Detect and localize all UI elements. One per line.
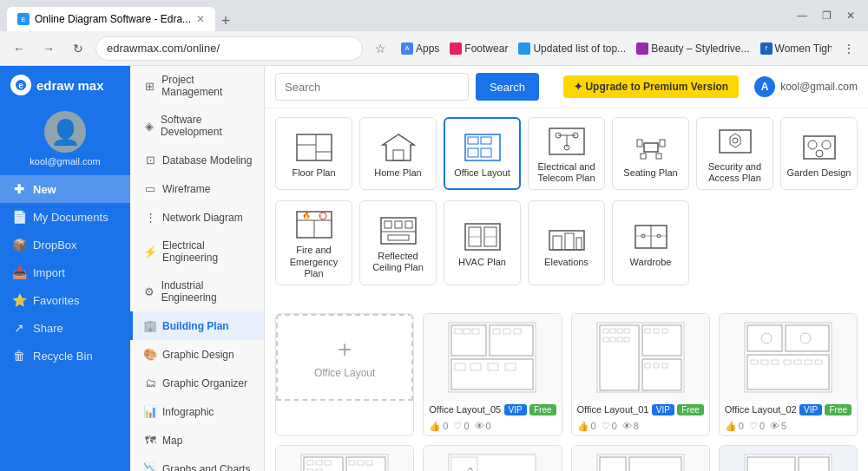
tab-close-button[interactable]: ✕ (196, 13, 205, 25)
new-template-card[interactable]: + Office Layout (275, 313, 414, 436)
browse-card-02[interactable]: Office Layout_02 VIP Free 👍 0 ♡ 0 👁 5 (719, 313, 858, 436)
browse-grid-row2: Office Layout_03 VIP Free 👍 0 ♡ 0 👁 0 (275, 445, 858, 471)
nav-my-documents[interactable]: 📄 My Documents (0, 203, 130, 231)
user-profile: 👤 kool@gmail.com (0, 104, 130, 175)
free-badge-05: Free (529, 404, 556, 415)
bookmark-star[interactable]: ☆ (368, 36, 392, 61)
sub-wireframe[interactable]: ▭ Wireframe (130, 174, 264, 203)
browse-card-01[interactable]: Office Layout_01 VIP Free 👍 0 ♡ 0 👁 8 (571, 313, 710, 436)
template-grid-row2: 🔥 ! Fire and Emergency Plan (275, 200, 858, 285)
floor-plan-label: Floor Plan (292, 167, 335, 179)
browse-card-placeholder-3[interactable]: Office Layout_07 VIP Free 👍 0 ♡ 0 👁 0 (719, 445, 858, 471)
extensions-button[interactable]: ⋮ (837, 36, 861, 61)
wf-icon: ▭ (143, 182, 157, 195)
svg-rect-9 (468, 137, 478, 144)
template-elevations[interactable]: Elevations (528, 200, 605, 285)
template-office-layout[interactable]: Office Layout (444, 117, 521, 190)
main-content: Search ✦ Upgrade to Premium Version A ko… (265, 66, 868, 471)
sub-building-plan[interactable]: 🏢 Building Plan (130, 311, 264, 340)
db-icon: ⊡ (143, 154, 157, 167)
sub-network[interactable]: ⋮ Network Diagram (130, 203, 264, 232)
search-button[interactable]: Search (476, 73, 539, 101)
sub-elec-label: Electrical Engineering (162, 239, 253, 264)
template-seating-plan[interactable]: Seating Plan (612, 117, 689, 190)
hvac-icon (464, 222, 502, 252)
nav-new[interactable]: ✚ New (0, 175, 130, 203)
close-button[interactable]: ✕ (840, 5, 861, 26)
template-electrical-telecom[interactable]: Electrical and Telecom Plan (528, 117, 605, 190)
nav-dropbox[interactable]: 📦 DropBox (0, 231, 130, 258)
nav-recycle-label: Recycle Bin (33, 350, 93, 363)
template-fire-emergency[interactable]: 🔥 ! Fire and Emergency Plan (275, 200, 352, 285)
browse-card-placeholder-1[interactable]: Office Layout_04 VIP Free 👍 0 ♡ 0 👁 0 (423, 445, 562, 471)
sub-electrical[interactable]: ⚡ Electrical Engineering (130, 232, 264, 271)
browse-card-03[interactable]: Office Layout_03 VIP Free 👍 0 ♡ 0 👁 0 (275, 445, 414, 471)
template-security-access[interactable]: Security and Access Plan (696, 117, 773, 190)
sub-software-dev[interactable]: ◈ Software Development (130, 106, 264, 146)
card-stats-05: 👍 0 ♡ 0 👁 0 (424, 419, 561, 435)
nav-share[interactable]: ↗ Share (0, 314, 130, 342)
svg-point-25 (733, 138, 738, 143)
reload-button[interactable]: ↻ (66, 36, 90, 61)
user-email: kool@gmail.com (780, 81, 858, 93)
garden-design-icon (800, 133, 838, 162)
floor-plan-icon (295, 133, 333, 162)
svg-point-29 (816, 150, 823, 157)
browse-card-placeholder-2[interactable]: Office Layout_06 VIP Free 👍 0 ♡ 0 👁 0 (571, 445, 710, 471)
nav-recycle-bin[interactable]: 🗑 Recycle Bin (0, 342, 130, 370)
sub-infographic[interactable]: 📊 Infographic (130, 397, 264, 426)
restore-button[interactable]: ❐ (816, 5, 837, 26)
sub-sidebar: ⊞ Project Management ◈ Software Developm… (130, 66, 265, 471)
template-hvac[interactable]: HVAC Plan (444, 200, 521, 285)
avatar: 👤 (44, 111, 86, 153)
sub-database[interactable]: ⊡ Database Modeling (130, 146, 264, 174)
svg-text:!: ! (320, 214, 322, 219)
tab-title: Online Diagram Software - Edra... (35, 13, 191, 25)
svg-rect-19 (644, 143, 658, 152)
sidebar: e edraw max 👤 kool@gmail.com ✚ New 📄 My … (0, 66, 130, 471)
back-button[interactable]: ← (7, 36, 31, 61)
template-home-plan[interactable]: Home Plan (359, 117, 437, 190)
pm-icon: ⊞ (143, 80, 156, 93)
import-icon: 📥 (12, 265, 26, 279)
template-garden-design[interactable]: Garden Design (780, 117, 858, 190)
sub-project-management[interactable]: ⊞ Project Management (130, 66, 264, 106)
browse-card-05[interactable]: Office Layout_05 VIP Free 👍 0 ♡ 0 👁 0 (423, 313, 562, 436)
sub-graphs-label: Graphs and Charts (162, 463, 250, 472)
new-tab-button[interactable]: + (215, 10, 236, 31)
card-info-01: Office Layout_01 VIP Free (572, 401, 709, 419)
upgrade-button[interactable]: ✦ Upgrade to Premium Version (563, 75, 739, 98)
electrical-telecom-icon (548, 127, 586, 156)
sub-bp-label: Building Plan (162, 320, 229, 332)
sub-pm-label: Project Management (161, 74, 253, 98)
sub-map[interactable]: 🗺 Map (130, 426, 264, 455)
forward-button[interactable]: → (36, 36, 61, 61)
security-access-label: Security and Access Plan (702, 161, 767, 184)
sub-industrial[interactable]: ⚙ Industrial Engineering (130, 271, 264, 311)
bookmark-apps[interactable]: A Apps (398, 41, 443, 56)
hearts-01: ♡ 0 (602, 421, 617, 432)
bookmark-women[interactable]: f Women Tights & Tr... (757, 41, 832, 56)
nav-import[interactable]: 📥 Import (0, 258, 130, 286)
bookmark-updated[interactable]: Updated list of top... (515, 41, 629, 56)
dropbox-icon: 📦 (12, 238, 26, 252)
template-floor-plan[interactable]: Floor Plan (275, 117, 352, 190)
search-input[interactable] (275, 73, 469, 101)
vip-badge-01: VIP (652, 404, 674, 415)
sub-graphs[interactable]: 📉 Graphs and Charts (130, 455, 264, 471)
card-preview-03 (276, 446, 413, 471)
active-tab[interactable]: E Online Diagram Software - Edra... ✕ (7, 7, 215, 31)
sub-graphic-organizer[interactable]: 🗂 Graphic Organizer (130, 369, 264, 397)
minimize-button[interactable]: — (792, 5, 812, 26)
nav-favorites[interactable]: ⭐ Favorites (0, 286, 130, 314)
sub-map-label: Map (162, 435, 182, 447)
hvac-label: HVAC Plan (458, 257, 506, 268)
sub-graphic-design[interactable]: 🎨 Graphic Design (130, 340, 264, 369)
template-reflected-ceiling[interactable]: Reflected Ceiling Plan (359, 200, 437, 285)
reflected-ceiling-icon (379, 216, 418, 245)
browser-chrome: E Online Diagram Software - Edra... ✕ + … (0, 0, 868, 31)
address-bar[interactable]: edrawmax.com/online/ (95, 36, 363, 61)
template-wardrobe[interactable]: Wardrobe (612, 200, 689, 285)
bookmark-beauty[interactable]: Beauty – Styledrive... (633, 41, 753, 56)
bookmark-footwear[interactable]: Footwear (446, 41, 511, 56)
